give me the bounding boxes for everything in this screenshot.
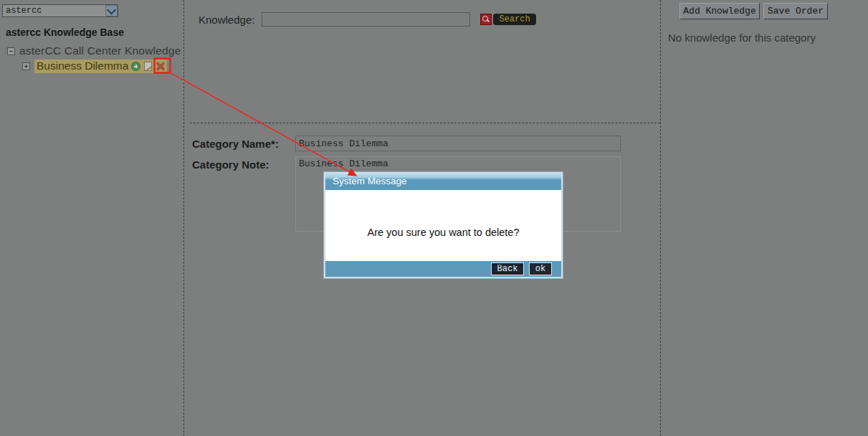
edit-category-icon[interactable]: [143, 61, 153, 71]
company-select-value: astercc: [3, 6, 105, 16]
system-message-dialog: System Message Are you sure you want to …: [324, 172, 563, 278]
no-knowledge-message: No knowledge for this category: [668, 32, 816, 44]
category-name-input[interactable]: [295, 136, 621, 151]
knowledge-search-input[interactable]: [262, 12, 470, 27]
delete-category-icon[interactable]: [155, 61, 165, 71]
collapse-icon[interactable]: [7, 47, 15, 55]
tree-child-label[interactable]: Business Dilemma: [37, 60, 128, 72]
dialog-footer: Back ok: [325, 261, 561, 277]
company-select[interactable]: astercc: [2, 4, 118, 17]
chevron-down-icon[interactable]: [105, 5, 118, 16]
category-name-label: Category Name*:: [192, 138, 279, 150]
dialog-body: Are you sure you want to delete?: [325, 190, 561, 261]
search-button-label[interactable]: Search: [493, 14, 535, 25]
tree-root-label[interactable]: asterCC Call Center Knowledge: [19, 44, 181, 57]
back-button[interactable]: Back: [491, 262, 524, 275]
page: { "left_panel": { "combobox": { "value":…: [0, 0, 868, 436]
selected-category[interactable]: Business Dilemma: [34, 60, 167, 73]
search-button[interactable]: Search: [480, 14, 535, 25]
knowledge-search-label: Knowledge:: [199, 14, 254, 26]
add-category-icon[interactable]: [130, 61, 140, 71]
category-tree-panel: astercc astercc Knowledge Base asterCC C…: [0, 0, 184, 436]
dialog-title: System Message: [325, 174, 561, 190]
expand-icon[interactable]: [22, 62, 30, 70]
divider-left: [183, 0, 184, 436]
knowledge-search-bar: Knowledge: Search: [199, 12, 536, 27]
tree-node-business-dilemma[interactable]: Business Dilemma: [22, 60, 167, 73]
ok-button[interactable]: ok: [529, 262, 552, 275]
divider-right: [660, 0, 661, 436]
dialog-message: Are you sure you want to delete?: [368, 214, 520, 238]
add-knowledge-button[interactable]: Add Knowledge: [679, 3, 760, 19]
divider-form-top: [190, 123, 660, 123]
tree-node-root[interactable]: asterCC Call Center Knowledge: [7, 44, 181, 57]
knowledge-base-title: astercc Knowledge Base: [6, 27, 124, 38]
save-order-button[interactable]: Save Order: [763, 3, 828, 19]
category-note-label: Category Note:: [192, 158, 270, 171]
search-icon[interactable]: [480, 14, 492, 25]
